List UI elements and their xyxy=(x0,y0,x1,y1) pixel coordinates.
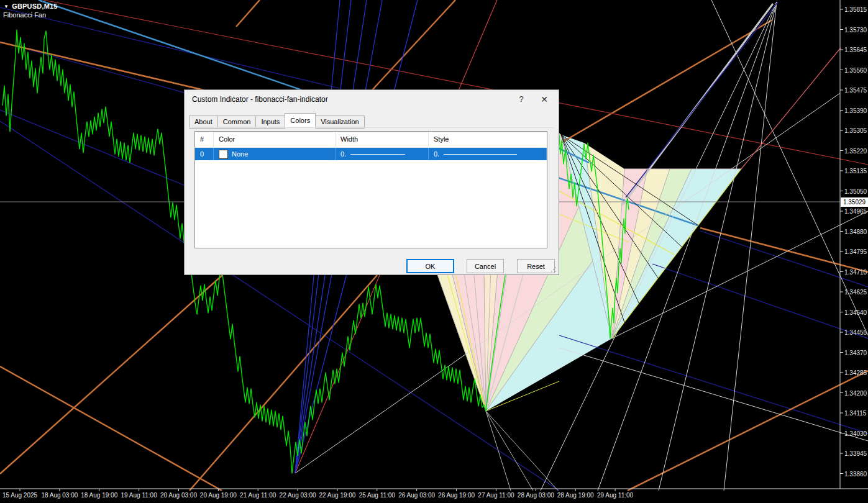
time-label: 25 Aug 11:00 xyxy=(359,492,395,499)
price-label: 1.35475 xyxy=(844,87,867,94)
row-width-cell[interactable]: 0. xyxy=(336,148,429,160)
chart-line xyxy=(652,264,868,338)
dialog-titlebar[interactable]: Custom Indicator - fibonacci-fan-indicat… xyxy=(185,90,559,108)
price-label: 1.34795 xyxy=(844,248,867,255)
width-value: 0. xyxy=(340,150,346,158)
time-label: 19 Aug 11:00 xyxy=(121,492,157,499)
chart-line xyxy=(486,411,533,491)
chart-line xyxy=(0,7,339,88)
chart-line xyxy=(700,228,868,272)
current-price-badge: 1.35029 xyxy=(841,197,868,207)
price-label: 1.35135 xyxy=(844,168,867,174)
time-label: 22 Aug 19:00 xyxy=(319,492,355,499)
price-label: 1.34710 xyxy=(844,268,867,275)
tab-common[interactable]: Common xyxy=(217,116,257,129)
price-label: 1.35050 xyxy=(844,188,867,194)
help-button[interactable]: ? xyxy=(512,93,531,106)
price-label: 1.33945 xyxy=(844,450,867,457)
time-label: 27 Aug 11:00 xyxy=(478,492,514,499)
chart-line xyxy=(741,48,841,169)
row-index-cell: 0 xyxy=(195,148,214,160)
price-label: 1.34200 xyxy=(844,389,867,396)
color-row-0[interactable]: 0 None 0. 0. xyxy=(195,148,547,160)
price-label: 1.34540 xyxy=(844,309,867,315)
chart-line xyxy=(486,411,558,491)
symbol-name: GBPUSD,M15 xyxy=(12,2,58,10)
close-icon[interactable]: ✕ xyxy=(535,93,554,106)
chart-line xyxy=(190,275,377,491)
time-label: 21 Aug 11:00 xyxy=(240,492,276,499)
tab-pane-divider xyxy=(189,127,554,128)
color-swatch[interactable] xyxy=(219,150,228,159)
time-label: 26 Aug 19:00 xyxy=(438,492,475,499)
column-header-index[interactable]: # xyxy=(195,132,214,147)
price-label: 1.34455 xyxy=(844,329,867,336)
time-label: 26 Aug 03:00 xyxy=(398,492,435,499)
symbol-dropdown-icon[interactable]: ▼ xyxy=(4,4,9,9)
price-label: 1.34370 xyxy=(844,349,867,356)
chart-line xyxy=(0,366,222,491)
price-label: 1.35560 xyxy=(844,66,867,73)
tab-colors[interactable]: Colors xyxy=(285,113,316,127)
row-style-cell[interactable]: 0. xyxy=(429,148,547,160)
time-label: 22 Aug 03:00 xyxy=(280,492,316,499)
price-label: 1.34030 xyxy=(844,430,867,437)
price-label: 1.34625 xyxy=(844,289,867,296)
time-label: 18 Aug 19:00 xyxy=(81,492,117,499)
time-label: 18 Aug 03:00 xyxy=(41,492,78,499)
chart-line xyxy=(628,371,868,491)
resize-grip[interactable] xyxy=(550,266,557,273)
chart-line xyxy=(0,275,222,474)
time-label: 28 Aug 03:00 xyxy=(518,492,554,499)
time-label: 20 Aug 19:00 xyxy=(200,492,237,499)
indicator-properties-dialog: Custom Indicator - fibonacci-fan-indicat… xyxy=(184,89,559,275)
price-label: 1.35645 xyxy=(844,47,867,53)
chart-line xyxy=(236,0,260,27)
reset-button[interactable]: Reset xyxy=(517,259,555,273)
column-header-width[interactable]: Width xyxy=(336,132,429,147)
tab-inputs[interactable]: Inputs xyxy=(255,116,285,129)
price-label: 1.34880 xyxy=(844,228,867,235)
symbol-label[interactable]: ▼GBPUSD,M15 xyxy=(4,2,58,10)
chart-line xyxy=(486,411,511,491)
price-label: 1.34965 xyxy=(844,208,867,215)
tab-about[interactable]: About xyxy=(189,116,218,129)
ok-button[interactable]: OK xyxy=(406,259,454,273)
row-color-cell[interactable]: None xyxy=(214,148,336,160)
indicator-name-label: Fibonacci Fan xyxy=(3,11,46,19)
column-header-style[interactable]: Style xyxy=(429,132,547,147)
style-value: 0. xyxy=(434,150,439,158)
chart-line xyxy=(700,231,868,287)
table-header: # Color Width Style xyxy=(195,132,547,148)
color-name: None xyxy=(232,150,248,158)
price-label: 1.34115 xyxy=(844,410,866,417)
price-label: 1.35390 xyxy=(844,107,867,114)
chart-line xyxy=(372,0,455,91)
price-label: 1.34285 xyxy=(844,369,867,376)
colors-table[interactable]: # Color Width Style 0 None 0. 0. xyxy=(194,131,547,248)
cancel-button[interactable]: Cancel xyxy=(467,259,504,273)
price-label: 1.33860 xyxy=(844,470,867,477)
tab-bar: AboutCommonInputsColorsVisualization xyxy=(189,113,364,126)
dialog-title: Custom Indicator - fibonacci-fan-indicat… xyxy=(192,95,328,104)
chart-line xyxy=(626,2,778,197)
style-preview-line xyxy=(444,154,517,155)
price-label: 1.35730 xyxy=(844,26,867,33)
time-label: 15 Aug 2025 xyxy=(2,492,37,499)
chart-window: ▼GBPUSD,M15 Fibonacci Fan 1.358151.35730… xyxy=(0,0,868,503)
price-label: 1.35220 xyxy=(844,147,867,154)
width-preview-line xyxy=(350,154,405,155)
price-label: 1.35815 xyxy=(844,6,867,13)
chart-line xyxy=(559,335,868,433)
time-label: 20 Aug 03:00 xyxy=(160,492,197,499)
column-header-color[interactable]: Color xyxy=(214,132,336,147)
tab-visualization[interactable]: Visualization xyxy=(315,116,365,129)
time-label: 28 Aug 19:00 xyxy=(557,492,594,499)
time-label: 29 Aug 11:00 xyxy=(597,492,633,499)
price-label: 1.35305 xyxy=(844,127,867,134)
